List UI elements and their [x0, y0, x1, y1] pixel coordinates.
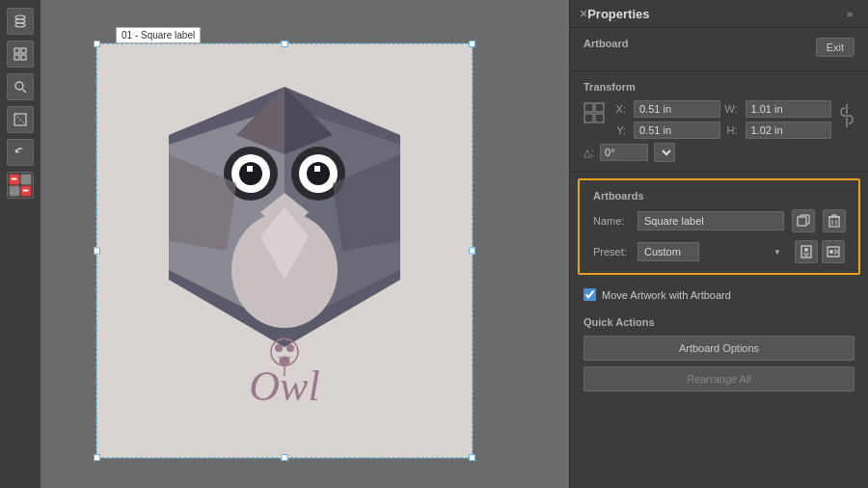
- move-artwork-label: Move Artwork with Artboard: [602, 289, 731, 301]
- panel-close-icon[interactable]: ×: [580, 6, 587, 21]
- svg-rect-13: [21, 175, 31, 184]
- quick-actions-title: Quick Actions: [583, 316, 854, 328]
- artboards-section: Artboards Name:: [578, 178, 860, 275]
- svg-point-38: [286, 344, 294, 352]
- zoom-tool[interactable]: [7, 73, 34, 100]
- svg-rect-29: [247, 166, 253, 172]
- preset-landscape-btn[interactable]: [822, 240, 845, 263]
- quick-actions-section: Quick Actions Artboard Options Rearrange…: [570, 309, 868, 399]
- svg-point-27: [239, 162, 262, 185]
- angle-label: △:: [583, 147, 594, 159]
- svg-rect-41: [595, 103, 604, 112]
- name-row: Name:: [593, 209, 845, 232]
- svg-point-57: [804, 248, 808, 252]
- h-label: H:: [724, 124, 742, 136]
- preset-row: Preset: Custom Letter A4 Web 1920: [593, 240, 845, 263]
- w-input[interactable]: [746, 100, 832, 118]
- panel-header: × Properties »: [570, 0, 868, 28]
- name-input[interactable]: [637, 211, 784, 230]
- svg-point-28: [307, 162, 330, 185]
- angle-input[interactable]: [600, 144, 648, 161]
- svg-rect-5: [14, 55, 19, 60]
- owl-artwork: Owl: [97, 44, 472, 457]
- svg-point-7: [15, 82, 23, 90]
- svg-rect-4: [21, 48, 26, 53]
- transform-title: Transform: [583, 81, 854, 93]
- svg-rect-3: [14, 48, 19, 53]
- chain-link-icon[interactable]: [839, 100, 854, 135]
- angle-row: △: ▼: [583, 143, 854, 162]
- preset-select[interactable]: Custom Letter A4 Web 1920: [637, 242, 699, 261]
- layers-tool[interactable]: [7, 8, 34, 35]
- left-toolbar: [0, 0, 41, 488]
- artboards-title: Artboards: [593, 190, 845, 202]
- name-label: Name:: [593, 215, 630, 227]
- preset-select-wrapper: Custom Letter A4 Web 1920: [637, 242, 787, 261]
- angle-dropdown[interactable]: ▼: [654, 143, 675, 162]
- svg-point-61: [829, 250, 833, 254]
- preset-icons: [795, 240, 845, 263]
- panel-title: Properties: [587, 7, 649, 21]
- y-input[interactable]: [634, 122, 720, 139]
- x-input[interactable]: [634, 100, 720, 118]
- svg-rect-49: [829, 217, 839, 227]
- rearrange-button[interactable]: Rearrange All: [583, 366, 854, 392]
- crop-tool[interactable]: [7, 106, 34, 133]
- artboard-section: Artboard Exit: [570, 28, 868, 71]
- artboard[interactable]: Owl: [96, 43, 473, 458]
- select-tool[interactable]: [7, 41, 34, 68]
- svg-rect-43: [595, 114, 604, 122]
- noentry-tool[interactable]: [7, 172, 34, 199]
- svg-rect-40: [584, 103, 593, 112]
- exit-button[interactable]: Exit: [816, 38, 854, 57]
- svg-point-0: [15, 15, 25, 19]
- svg-point-2: [15, 23, 25, 27]
- y-label: Y:: [612, 124, 630, 136]
- svg-rect-42: [584, 114, 593, 122]
- svg-point-37: [275, 344, 283, 352]
- move-artwork-row: Move Artwork with Artboard: [570, 281, 868, 309]
- preset-portrait-btn[interactable]: [795, 240, 818, 263]
- svg-line-8: [23, 90, 27, 94]
- x-label: X:: [612, 103, 630, 115]
- svg-rect-30: [314, 166, 320, 172]
- canvas-area: Owl 01 - Square label: [0, 0, 569, 488]
- transform-section: Transform X: W:: [570, 71, 868, 173]
- svg-line-10: [14, 114, 26, 125]
- h-input[interactable]: [746, 122, 832, 139]
- undo-tool[interactable]: [7, 139, 34, 166]
- svg-rect-6: [21, 55, 26, 60]
- artboard-section-header: Artboard Exit: [583, 38, 854, 57]
- w-label: W:: [724, 103, 742, 115]
- artboard-options-button[interactable]: Artboard Options: [583, 336, 854, 361]
- artboard-delete-btn[interactable]: [823, 209, 846, 232]
- artboard-label: 01 - Square label: [116, 27, 201, 43]
- artboard-icon-btn-1[interactable]: [792, 209, 815, 232]
- preset-label: Preset:: [593, 246, 630, 258]
- right-panel: × Properties » Artboard Exit Transform: [569, 0, 868, 488]
- svg-rect-44: [798, 217, 806, 226]
- transform-icon: [583, 100, 605, 126]
- artboard-section-title: Artboard: [583, 38, 628, 49]
- move-artwork-checkbox[interactable]: [583, 288, 596, 301]
- panel-collapse-btn[interactable]: »: [847, 8, 853, 19]
- svg-rect-16: [10, 186, 19, 196]
